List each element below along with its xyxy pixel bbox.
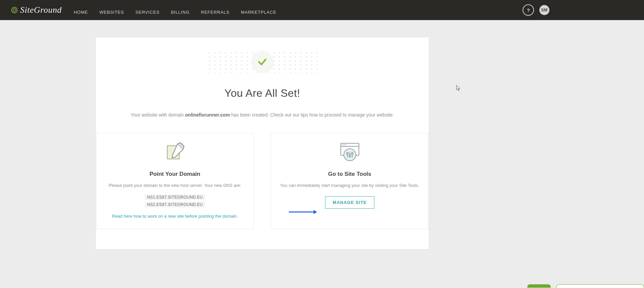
brand-logo[interactable]: SiteGround	[11, 5, 62, 15]
nav-services[interactable]: SERVICES	[136, 10, 160, 15]
dns-2: NS2.ES87.SITEGROUND.EU	[145, 202, 206, 208]
svg-point-5	[342, 144, 343, 145]
topbar-right: ? SM	[523, 4, 549, 16]
page-subtitle: Your website with domain onlinefixrunner…	[131, 112, 394, 118]
subtitle-pre: Your website with domain	[131, 112, 185, 118]
topbar-left: SiteGround HOME WEBSITES SERVICES BILLIN…	[11, 5, 276, 15]
help-icon[interactable]: ?	[523, 4, 534, 16]
chat-tab-large[interactable]	[556, 284, 644, 288]
read-here-link[interactable]: Read here	[112, 214, 132, 219]
manage-site-button[interactable]: MANAGE SITE	[325, 196, 374, 209]
subtitle-post: has been created. Check out our tips how…	[230, 112, 394, 118]
annotation-arrow-icon	[289, 210, 317, 214]
nav-websites[interactable]: WEBSITES	[99, 10, 124, 15]
svg-point-0	[12, 7, 17, 13]
svg-point-1	[13, 9, 16, 11]
chat-tab-small[interactable]	[527, 284, 551, 288]
dns-records: NS1.ES87.SITEGROUND.EU NS2.ES87.SITEGROU…	[145, 194, 206, 208]
hero: You Are All Set! Your website with domai…	[96, 51, 429, 122]
panel-right-desc: You can immediately start managing your …	[280, 182, 419, 189]
panel-left-title: Point Your Domain	[150, 171, 200, 177]
panel-left-hint: Read here how to work on a new site befo…	[112, 213, 238, 220]
panel-site-tools: Go to Site Tools You can immediately sta…	[271, 133, 429, 229]
avatar[interactable]: SM	[539, 5, 549, 15]
svg-point-14	[351, 153, 353, 154]
panel-point-domain: Point Your Domain Please point your doma…	[96, 133, 254, 229]
chat-tabs[interactable]	[527, 284, 644, 288]
main-nav: HOME WEBSITES SERVICES BILLING REFERRALS…	[74, 8, 276, 13]
avatar-initials: SM	[541, 8, 548, 12]
site-tools-icon	[338, 141, 362, 163]
swirl-icon	[11, 6, 18, 14]
svg-point-7	[345, 144, 346, 145]
page-wrap: You Are All Set! Your website with domai…	[0, 20, 644, 249]
success-check-icon	[251, 51, 274, 73]
dot-grid-decoration	[207, 51, 318, 73]
nav-referrals[interactable]: REFERRALS	[201, 10, 229, 15]
svg-point-6	[343, 144, 344, 145]
nav-billing[interactable]: BILLING	[171, 10, 190, 15]
panel-left-hint-rest: how to work on a new site before pointin…	[132, 214, 238, 219]
page-title: You Are All Set!	[224, 87, 300, 99]
help-symbol: ?	[527, 7, 530, 13]
svg-point-12	[349, 155, 351, 157]
pencil-note-icon	[163, 141, 187, 163]
nav-marketplace[interactable]: MARKETPLACE	[241, 10, 276, 15]
nav-home[interactable]: HOME	[74, 10, 88, 15]
panel-left-desc: Please point your domain to the new host…	[109, 182, 241, 189]
dns-1: NS1.ES87.SITEGROUND.EU	[145, 194, 206, 200]
topbar: SiteGround HOME WEBSITES SERVICES BILLIN…	[0, 0, 644, 20]
subtitle-domain: onlinefixrunner.com	[185, 112, 230, 118]
svg-point-10	[346, 153, 348, 154]
panels-row: Point Your Domain Please point your doma…	[96, 133, 429, 229]
setup-complete-card: You Are All Set! Your website with domai…	[96, 38, 429, 249]
panel-right-title: Go to Site Tools	[328, 171, 371, 177]
brand-name: SiteGround	[20, 5, 62, 15]
